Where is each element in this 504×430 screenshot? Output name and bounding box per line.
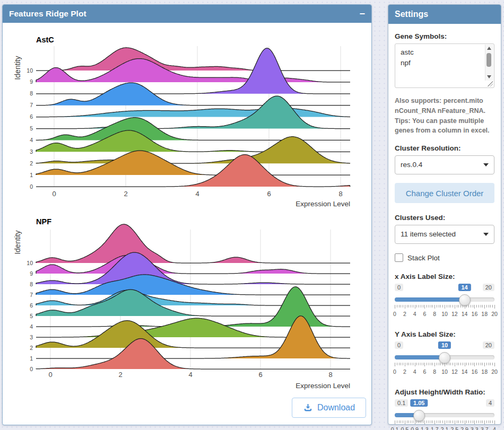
slider-track[interactable] — [395, 413, 494, 417]
slider-tick — [482, 363, 483, 365]
slider-tick — [476, 305, 477, 308]
slider-tick — [435, 363, 435, 366]
slider-pip-label: 0.1 — [391, 426, 399, 430]
cluster-resolution-select[interactable]: res.0.4 — [395, 155, 494, 174]
slider-tick — [476, 363, 477, 365]
slider-tick — [403, 363, 403, 365]
gene-symbols-label: Gene Symbols: — [395, 32, 494, 40]
slider-track[interactable] — [395, 355, 494, 359]
slider-tick — [419, 420, 419, 423]
change-cluster-order-button[interactable]: Change Cluster Order — [395, 183, 494, 203]
slider-pip-label: 14 — [462, 368, 468, 375]
slider-min-badge: 0.1 — [395, 399, 408, 407]
slider-tick — [401, 420, 401, 423]
plot-title: AstC — [36, 36, 54, 44]
slider-tick — [463, 363, 463, 365]
stack-plot-checkbox[interactable] — [395, 253, 403, 262]
slider-ticks — [395, 363, 494, 367]
slider-tick — [453, 420, 453, 423]
slider-tick — [465, 305, 465, 309]
slider-tick — [471, 420, 471, 423]
stack-plot-option[interactable]: Stack Plot — [395, 253, 494, 262]
slider-tick — [473, 363, 473, 365]
slider-tick — [403, 420, 403, 423]
resize-grip-icon[interactable] — [488, 81, 493, 86]
y-tick-label: 1 — [30, 355, 33, 362]
slider-tick — [397, 420, 397, 423]
y-tick-label: 1 — [30, 172, 33, 178]
scrollbar-thumb[interactable] — [486, 53, 491, 67]
slider-tick — [405, 305, 405, 309]
gene-line: astc — [401, 47, 480, 58]
x-tick-label: 6 — [258, 371, 262, 379]
slider-value-badge: 14 — [458, 284, 471, 291]
slider-tick — [474, 420, 475, 424]
astc-ridge-plot: 10987654321002468AstCExpression LevelIde… — [13, 36, 350, 208]
x-tick-label: 4 — [195, 190, 199, 198]
slider-tick — [486, 420, 487, 423]
ridge-row-10 — [36, 224, 350, 263]
slider-ticks — [395, 305, 494, 309]
y-axis-size-slider[interactable]: 0201002468101214161820 — [395, 341, 494, 376]
slider-tick — [453, 305, 453, 308]
scroll-up-icon[interactable] — [487, 47, 491, 50]
collapse-minus-icon[interactable]: − — [359, 9, 365, 19]
slider-tick — [458, 305, 459, 308]
slider-tick — [439, 420, 439, 423]
slider-pip-label: 2.9 — [460, 426, 468, 430]
slider-pip-label: 12 — [451, 311, 458, 317]
panel-title: Features Ridge Plot — [9, 9, 86, 19]
slider-pip-label: 3.7 — [481, 426, 489, 430]
slider-tick — [458, 363, 459, 365]
slider-tick — [431, 420, 431, 423]
gene-symbols-textarea[interactable]: astc npf — [395, 43, 494, 88]
x-tick-label: 4 — [188, 371, 192, 379]
slider-track[interactable] — [395, 297, 494, 302]
slider-tick — [409, 420, 409, 423]
slider-tick — [395, 420, 395, 424]
slider-tick — [407, 363, 407, 365]
ridge-row-8 — [36, 48, 350, 94]
slider-tick — [437, 420, 437, 423]
slider-tick — [489, 420, 489, 423]
clusters-used-label: Clusters Used: — [395, 214, 494, 222]
slider-tick — [413, 363, 413, 365]
slider-handle[interactable] — [439, 352, 450, 364]
y-tick-label: 10 — [27, 67, 33, 74]
slider-tick — [442, 420, 443, 423]
x-axis-size-label: x Axis Label Size: — [395, 273, 494, 280]
settings-body: Gene Symbols: astc npf Also supports: pe… — [388, 24, 501, 430]
settings-header: Settings — [388, 5, 501, 24]
slider-pip-label: 0 — [393, 368, 396, 375]
slider-tick — [460, 305, 461, 308]
slider-handle[interactable] — [413, 410, 425, 422]
slider-pip-labels: 02468101214161820 — [395, 368, 494, 375]
slider-tick — [421, 363, 421, 365]
slider-tick — [432, 305, 433, 308]
ratio-slider[interactable]: 0.141.050.10.50.91.31.72.12.52.93.33.74 — [395, 399, 494, 430]
x-tick-label: 2 — [118, 371, 122, 379]
x-tick-label: 8 — [328, 371, 332, 379]
slider-tick — [466, 363, 467, 365]
slider-pip-label: 12 — [451, 368, 458, 375]
y-axis-label: Identity — [13, 56, 22, 80]
chevron-down-icon — [483, 163, 489, 166]
slider-tick — [450, 305, 451, 308]
slider-tick — [486, 305, 487, 308]
slider-tick — [429, 363, 429, 365]
slider-tick — [458, 420, 459, 423]
slider-pip-label: 18 — [481, 368, 488, 375]
slider-tick — [413, 420, 413, 423]
ridge-plot-area: 10987654321002468AstCExpression LevelIde… — [3, 23, 371, 424]
textarea-scrollbar[interactable] — [485, 45, 493, 81]
slider-tick — [421, 420, 421, 423]
download-button[interactable]: Download — [292, 398, 366, 418]
slider-tick — [474, 363, 475, 366]
slider-handle[interactable] — [459, 294, 471, 306]
scroll-down-icon[interactable] — [487, 75, 491, 78]
x-tick-label: 2 — [124, 190, 127, 198]
slider-tick — [474, 305, 475, 309]
clusters-used-select[interactable]: 11 items selected — [395, 225, 494, 244]
slider-tick — [419, 363, 419, 365]
x-axis-size-slider[interactable]: 0201402468101214161820 — [395, 284, 494, 319]
